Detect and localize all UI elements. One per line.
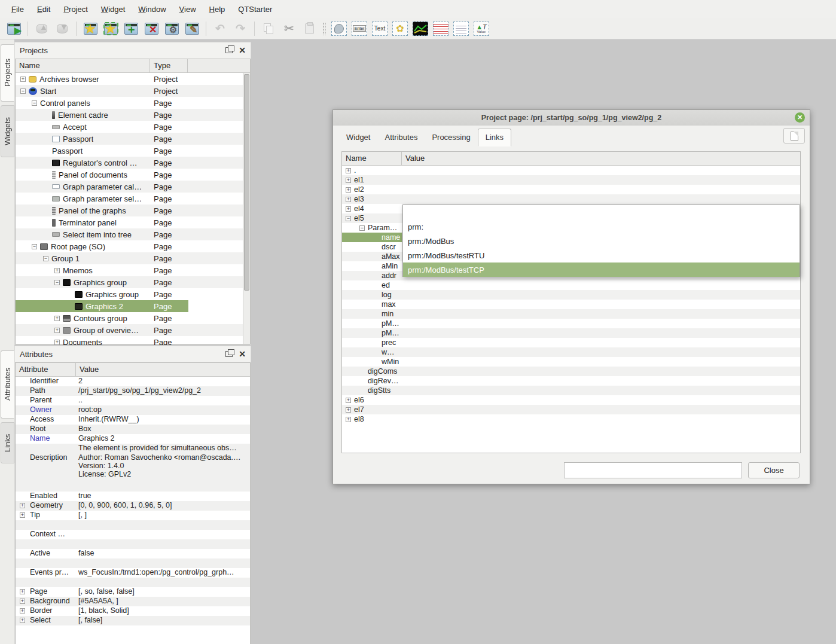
projects-scrollbar[interactable] bbox=[243, 73, 250, 344]
project-tree-row[interactable]: +Group of overvie…Page bbox=[16, 324, 243, 336]
dropdown-item[interactable]: prm:/ModBus/testRTU bbox=[403, 248, 800, 263]
expand-icon[interactable]: + bbox=[346, 178, 351, 183]
menu-help[interactable]: Help bbox=[203, 2, 232, 17]
form-elements-widget-button[interactable]: Enter bbox=[349, 19, 370, 38]
expand-icon[interactable]: + bbox=[20, 77, 26, 82]
dialog-tab-widget[interactable]: Widget bbox=[339, 129, 377, 146]
redo-button[interactable]: ↷ bbox=[230, 19, 251, 38]
attribute-row[interactable]: The element is provided for simultaneous… bbox=[16, 444, 250, 453]
link-tree-row[interactable]: prec bbox=[342, 338, 800, 347]
document-widget-button[interactable] bbox=[451, 19, 471, 38]
close-button[interactable]: Close bbox=[748, 462, 800, 478]
project-tree-row[interactable]: +DocumentsPage bbox=[16, 336, 243, 345]
expand-icon[interactable]: + bbox=[54, 328, 60, 333]
close-panel-icon[interactable]: ✕ bbox=[239, 47, 246, 54]
project-tree-row[interactable]: Select item into treePage bbox=[16, 228, 243, 240]
menu-project[interactable]: Project bbox=[57, 2, 94, 17]
project-tree-row[interactable]: PassportPage bbox=[16, 145, 243, 157]
project-tree-row[interactable]: −Control panelsPage bbox=[16, 97, 243, 109]
link-tree-row[interactable]: pM… bbox=[342, 328, 800, 338]
cut-button[interactable]: ✂ bbox=[279, 19, 299, 38]
load-widget-button[interactable]: ▶ bbox=[4, 19, 24, 38]
db-save-button[interactable]: ▼ bbox=[52, 19, 72, 38]
undo-button[interactable]: ↶ bbox=[210, 19, 230, 38]
project-tree-row[interactable]: +MnemosPage bbox=[16, 264, 243, 276]
expand-icon[interactable]: + bbox=[20, 503, 25, 508]
dropdown-item[interactable] bbox=[403, 205, 800, 219]
new-project-button[interactable]: ★ bbox=[80, 19, 100, 38]
projects-col-type[interactable]: Type bbox=[150, 59, 188, 72]
link-tree-row[interactable]: +. bbox=[342, 166, 800, 175]
float-panel-icon[interactable] bbox=[225, 47, 233, 53]
project-tree-row[interactable]: PassportPage bbox=[16, 133, 243, 145]
project-tree-row[interactable]: Regulator's control …Page bbox=[16, 157, 243, 169]
link-tree-row[interactable]: w… bbox=[342, 347, 800, 357]
expand-icon[interactable]: + bbox=[20, 599, 25, 604]
project-tree-row[interactable]: Element cadrePage bbox=[16, 109, 243, 121]
link-tree-row[interactable]: +el8 bbox=[342, 414, 800, 424]
projects-scrollbar-thumb[interactable] bbox=[244, 74, 249, 291]
expand-icon[interactable]: + bbox=[346, 206, 351, 212]
toolbar-handle[interactable] bbox=[322, 22, 326, 35]
edit-button[interactable]: ✎ bbox=[182, 19, 202, 38]
link-tree-row[interactable]: +el1 bbox=[342, 175, 800, 185]
attribute-row[interactable]: Ownerroot:op bbox=[16, 405, 250, 415]
expand-icon[interactable]: + bbox=[54, 340, 60, 345]
projects-col-name[interactable]: Name bbox=[16, 59, 150, 72]
collapse-icon[interactable]: − bbox=[359, 225, 365, 231]
attribute-row[interactable]: NameGraphics 2 bbox=[16, 434, 250, 444]
dropdown-item[interactable]: prm: bbox=[403, 219, 800, 234]
new-library-button[interactable]: ★ bbox=[100, 19, 121, 38]
menu-window[interactable]: Window bbox=[132, 2, 172, 17]
attribute-row[interactable]: RootBox bbox=[16, 425, 250, 434]
collapse-icon[interactable]: − bbox=[32, 244, 37, 249]
dialog-status-field[interactable] bbox=[564, 462, 742, 478]
project-tree-row[interactable]: Panel of documentsPage bbox=[16, 169, 243, 181]
project-tree-row[interactable]: Graphics groupPage bbox=[16, 288, 243, 300]
link-tree-row[interactable]: ed bbox=[342, 280, 800, 290]
link-tree-row[interactable]: digRev… bbox=[342, 376, 800, 386]
collapse-icon[interactable]: − bbox=[346, 216, 351, 221]
link-tree-row[interactable]: +el3 bbox=[342, 194, 800, 204]
project-tree-row[interactable]: Graph parameter sel…Page bbox=[16, 193, 243, 205]
dock-tab-projects[interactable]: Projects bbox=[1, 44, 14, 102]
dock-tab-widgets[interactable]: Widgets bbox=[1, 105, 14, 157]
attribute-row[interactable]: Identifier2 bbox=[16, 377, 250, 386]
value-widget-button[interactable]: ▲TValue bbox=[471, 19, 492, 38]
project-tree-row[interactable]: −StartProject bbox=[16, 85, 243, 97]
attribute-row[interactable]: Events pr…ws_FocusIn:/trnd1:open:/pg_con… bbox=[16, 568, 250, 578]
text-widget-button[interactable]: Text bbox=[370, 19, 390, 38]
project-tree-row[interactable]: Graph parameter cal…Page bbox=[16, 181, 243, 193]
attribute-row[interactable]: Page+[, so, false, false] bbox=[16, 587, 250, 597]
link-tree-row[interactable]: wMin bbox=[342, 357, 800, 367]
attribute-row[interactable]: Activefalse bbox=[16, 549, 250, 558]
attributes-col-value[interactable]: Value bbox=[76, 363, 250, 376]
dialog-tab-processing[interactable]: Processing bbox=[425, 129, 477, 146]
diagram-widget-button[interactable] bbox=[410, 19, 431, 38]
close-panel-icon[interactable]: ✕ bbox=[239, 350, 246, 358]
expand-icon[interactable]: + bbox=[346, 168, 351, 173]
expand-icon[interactable]: + bbox=[346, 187, 351, 193]
attributes-col-attribute[interactable]: Attribute bbox=[16, 363, 76, 376]
project-tree-row[interactable]: −Group 1Page bbox=[16, 252, 243, 264]
menu-qtstarter[interactable]: QTStarter bbox=[231, 2, 279, 17]
link-tree-row[interactable]: +el2 bbox=[342, 185, 800, 194]
attribute-row[interactable]: Geometry+[0, 0, 900, 600, 1, 0.96, 5, 0] bbox=[16, 501, 250, 511]
expand-icon[interactable]: + bbox=[20, 589, 25, 594]
attribute-row[interactable]: Parent.. bbox=[16, 396, 250, 405]
link-tree-row[interactable]: digStts bbox=[342, 386, 800, 395]
expand-icon[interactable]: + bbox=[346, 417, 351, 422]
project-tree-row[interactable]: Panel of the graphsPage bbox=[16, 205, 243, 216]
project-tree-row[interactable]: −Graphics groupPage bbox=[16, 276, 243, 288]
expand-icon[interactable]: + bbox=[346, 398, 351, 403]
project-tree-row[interactable]: AcceptPage bbox=[16, 121, 243, 133]
project-tree-row[interactable]: Terminator panelPage bbox=[16, 216, 243, 228]
add-page-button[interactable]: ＋ bbox=[121, 19, 141, 38]
paste-button[interactable] bbox=[299, 19, 319, 38]
collapse-icon[interactable]: − bbox=[54, 280, 60, 285]
links-col-value[interactable]: Value bbox=[402, 152, 800, 165]
collapse-icon[interactable]: − bbox=[32, 100, 37, 106]
dropdown-item[interactable]: prm:/ModBus bbox=[403, 234, 800, 248]
attribute-row[interactable]: Path/prj_start/pg_so/pg_1/pg_view2/pg_2 bbox=[16, 386, 250, 396]
dock-tab-attributes[interactable]: Attributes bbox=[1, 350, 14, 419]
